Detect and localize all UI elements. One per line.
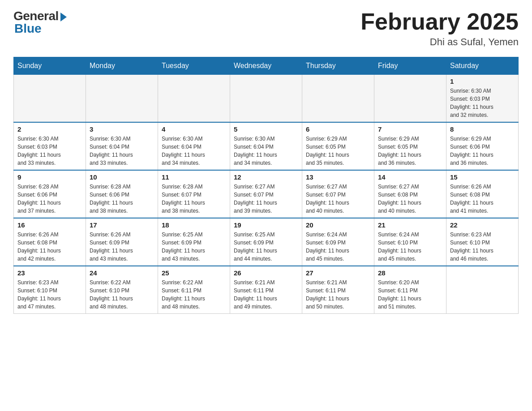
day-number: 10 bbox=[90, 173, 154, 181]
day-number: 8 bbox=[450, 125, 515, 133]
day-info: Sunrise: 6:26 AM Sunset: 6:08 PM Dayligh… bbox=[17, 231, 82, 263]
day-info: Sunrise: 6:29 AM Sunset: 6:05 PM Dayligh… bbox=[378, 135, 442, 167]
day-number: 13 bbox=[306, 173, 370, 181]
calendar-week-row: 23Sunrise: 6:23 AM Sunset: 6:10 PM Dayli… bbox=[14, 266, 519, 314]
calendar-table: SundayMondayTuesdayWednesdayThursdayFrid… bbox=[13, 57, 519, 314]
day-number: 24 bbox=[90, 269, 154, 277]
day-header-monday: Monday bbox=[86, 57, 158, 75]
day-info: Sunrise: 6:23 AM Sunset: 6:10 PM Dayligh… bbox=[450, 231, 515, 263]
day-number: 26 bbox=[234, 269, 298, 277]
logo-blue-text: Blue bbox=[13, 21, 42, 36]
day-number: 21 bbox=[378, 221, 442, 229]
day-number: 25 bbox=[162, 269, 226, 277]
calendar-week-row: 1Sunrise: 6:30 AM Sunset: 6:03 PM Daylig… bbox=[14, 75, 519, 123]
calendar-day-cell: 1Sunrise: 6:30 AM Sunset: 6:03 PM Daylig… bbox=[446, 75, 519, 123]
calendar-day-cell: 11Sunrise: 6:28 AM Sunset: 6:07 PM Dayli… bbox=[158, 170, 230, 218]
calendar-day-cell bbox=[446, 266, 519, 314]
day-info: Sunrise: 6:22 AM Sunset: 6:10 PM Dayligh… bbox=[90, 278, 154, 311]
day-number: 4 bbox=[162, 125, 226, 133]
calendar-day-cell: 2Sunrise: 6:30 AM Sunset: 6:03 PM Daylig… bbox=[14, 122, 86, 170]
calendar-title: February 2025 bbox=[360, 9, 519, 34]
calendar-day-cell: 24Sunrise: 6:22 AM Sunset: 6:10 PM Dayli… bbox=[86, 266, 158, 314]
day-info: Sunrise: 6:30 AM Sunset: 6:04 PM Dayligh… bbox=[90, 135, 154, 167]
day-header-friday: Friday bbox=[374, 57, 446, 75]
calendar-day-cell: 25Sunrise: 6:22 AM Sunset: 6:11 PM Dayli… bbox=[158, 266, 230, 314]
calendar-day-cell bbox=[302, 75, 374, 123]
calendar-day-cell bbox=[374, 75, 446, 123]
day-info: Sunrise: 6:21 AM Sunset: 6:11 PM Dayligh… bbox=[234, 278, 298, 311]
day-number: 12 bbox=[234, 173, 298, 181]
day-info: Sunrise: 6:30 AM Sunset: 6:04 PM Dayligh… bbox=[234, 135, 298, 167]
days-header-row: SundayMondayTuesdayWednesdayThursdayFrid… bbox=[14, 57, 519, 75]
page-header: General Blue February 2025 Dhi as Sufal,… bbox=[13, 9, 519, 48]
day-info: Sunrise: 6:20 AM Sunset: 6:11 PM Dayligh… bbox=[378, 278, 442, 311]
logo: General Blue bbox=[13, 9, 67, 36]
day-info: Sunrise: 6:23 AM Sunset: 6:10 PM Dayligh… bbox=[17, 278, 82, 311]
day-number: 28 bbox=[378, 269, 442, 277]
calendar-week-row: 2Sunrise: 6:30 AM Sunset: 6:03 PM Daylig… bbox=[14, 122, 519, 170]
calendar-day-cell: 27Sunrise: 6:21 AM Sunset: 6:11 PM Dayli… bbox=[302, 266, 374, 314]
day-info: Sunrise: 6:27 AM Sunset: 6:07 PM Dayligh… bbox=[306, 183, 370, 215]
day-number: 19 bbox=[234, 221, 298, 229]
day-info: Sunrise: 6:21 AM Sunset: 6:11 PM Dayligh… bbox=[306, 278, 370, 311]
day-number: 5 bbox=[234, 125, 298, 133]
calendar-location: Dhi as Sufal, Yemen bbox=[360, 36, 519, 48]
day-header-wednesday: Wednesday bbox=[230, 57, 302, 75]
day-info: Sunrise: 6:24 AM Sunset: 6:10 PM Dayligh… bbox=[378, 231, 442, 263]
calendar-day-cell bbox=[86, 75, 158, 123]
calendar-day-cell: 14Sunrise: 6:27 AM Sunset: 6:08 PM Dayli… bbox=[374, 170, 446, 218]
day-header-tuesday: Tuesday bbox=[158, 57, 230, 75]
calendar-day-cell: 5Sunrise: 6:30 AM Sunset: 6:04 PM Daylig… bbox=[230, 122, 302, 170]
day-info: Sunrise: 6:25 AM Sunset: 6:09 PM Dayligh… bbox=[162, 231, 226, 263]
day-info: Sunrise: 6:30 AM Sunset: 6:03 PM Dayligh… bbox=[450, 87, 515, 119]
day-number: 3 bbox=[90, 125, 154, 133]
calendar-day-cell: 7Sunrise: 6:29 AM Sunset: 6:05 PM Daylig… bbox=[374, 122, 446, 170]
calendar-day-cell bbox=[230, 75, 302, 123]
calendar-day-cell: 20Sunrise: 6:24 AM Sunset: 6:09 PM Dayli… bbox=[302, 218, 374, 266]
calendar-day-cell: 12Sunrise: 6:27 AM Sunset: 6:07 PM Dayli… bbox=[230, 170, 302, 218]
day-header-thursday: Thursday bbox=[302, 57, 374, 75]
day-number: 11 bbox=[162, 173, 226, 181]
calendar-week-row: 16Sunrise: 6:26 AM Sunset: 6:08 PM Dayli… bbox=[14, 218, 519, 266]
day-number: 6 bbox=[306, 125, 370, 133]
day-info: Sunrise: 6:29 AM Sunset: 6:05 PM Dayligh… bbox=[306, 135, 370, 167]
day-info: Sunrise: 6:30 AM Sunset: 6:03 PM Dayligh… bbox=[17, 135, 82, 167]
day-info: Sunrise: 6:26 AM Sunset: 6:08 PM Dayligh… bbox=[450, 183, 515, 215]
calendar-day-cell: 13Sunrise: 6:27 AM Sunset: 6:07 PM Dayli… bbox=[302, 170, 374, 218]
title-block: February 2025 Dhi as Sufal, Yemen bbox=[360, 9, 519, 48]
day-number: 23 bbox=[17, 269, 82, 277]
day-number: 2 bbox=[17, 125, 82, 133]
calendar-day-cell: 19Sunrise: 6:25 AM Sunset: 6:09 PM Dayli… bbox=[230, 218, 302, 266]
day-info: Sunrise: 6:28 AM Sunset: 6:06 PM Dayligh… bbox=[17, 183, 82, 215]
day-info: Sunrise: 6:28 AM Sunset: 6:06 PM Dayligh… bbox=[90, 183, 154, 215]
day-info: Sunrise: 6:28 AM Sunset: 6:07 PM Dayligh… bbox=[162, 183, 226, 215]
calendar-day-cell: 18Sunrise: 6:25 AM Sunset: 6:09 PM Dayli… bbox=[158, 218, 230, 266]
day-info: Sunrise: 6:29 AM Sunset: 6:06 PM Dayligh… bbox=[450, 135, 515, 167]
calendar-day-cell: 22Sunrise: 6:23 AM Sunset: 6:10 PM Dayli… bbox=[446, 218, 519, 266]
day-header-saturday: Saturday bbox=[446, 57, 519, 75]
calendar-day-cell: 21Sunrise: 6:24 AM Sunset: 6:10 PM Dayli… bbox=[374, 218, 446, 266]
day-info: Sunrise: 6:27 AM Sunset: 6:08 PM Dayligh… bbox=[378, 183, 442, 215]
day-number: 15 bbox=[450, 173, 515, 181]
day-info: Sunrise: 6:26 AM Sunset: 6:09 PM Dayligh… bbox=[90, 231, 154, 263]
calendar-day-cell: 15Sunrise: 6:26 AM Sunset: 6:08 PM Dayli… bbox=[446, 170, 519, 218]
day-info: Sunrise: 6:30 AM Sunset: 6:04 PM Dayligh… bbox=[162, 135, 226, 167]
calendar-day-cell: 26Sunrise: 6:21 AM Sunset: 6:11 PM Dayli… bbox=[230, 266, 302, 314]
calendar-day-cell: 28Sunrise: 6:20 AM Sunset: 6:11 PM Dayli… bbox=[374, 266, 446, 314]
calendar-day-cell: 8Sunrise: 6:29 AM Sunset: 6:06 PM Daylig… bbox=[446, 122, 519, 170]
calendar-day-cell bbox=[158, 75, 230, 123]
day-number: 27 bbox=[306, 269, 370, 277]
day-number: 14 bbox=[378, 173, 442, 181]
calendar-day-cell: 10Sunrise: 6:28 AM Sunset: 6:06 PM Dayli… bbox=[86, 170, 158, 218]
day-number: 20 bbox=[306, 221, 370, 229]
day-info: Sunrise: 6:22 AM Sunset: 6:11 PM Dayligh… bbox=[162, 278, 226, 311]
day-info: Sunrise: 6:24 AM Sunset: 6:09 PM Dayligh… bbox=[306, 231, 370, 263]
day-number: 17 bbox=[90, 221, 154, 229]
day-info: Sunrise: 6:25 AM Sunset: 6:09 PM Dayligh… bbox=[234, 231, 298, 263]
day-number: 18 bbox=[162, 221, 226, 229]
day-number: 16 bbox=[17, 221, 82, 229]
logo-arrow-icon bbox=[60, 13, 67, 21]
calendar-week-row: 9Sunrise: 6:28 AM Sunset: 6:06 PM Daylig… bbox=[14, 170, 519, 218]
day-number: 9 bbox=[17, 173, 82, 181]
day-number: 7 bbox=[378, 125, 442, 133]
